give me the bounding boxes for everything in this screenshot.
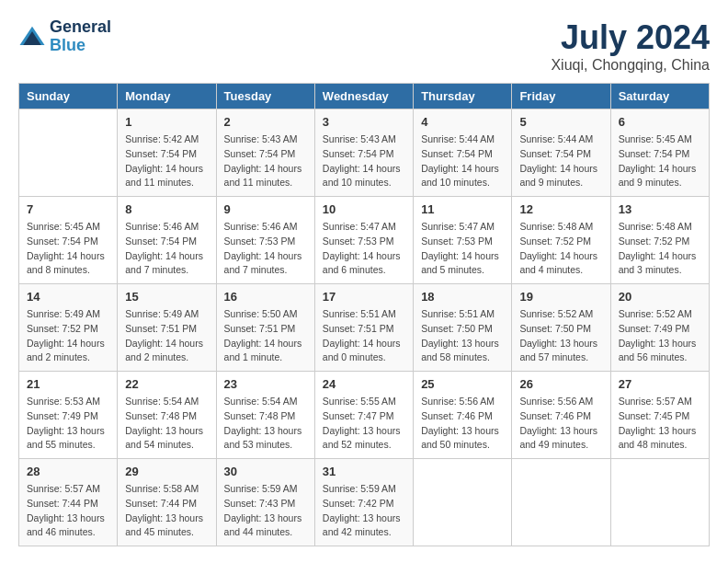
day-info: Sunrise: 5:55 AM Sunset: 7:47 PM Dayligh… <box>323 395 405 453</box>
week-row-1: 1Sunrise: 5:42 AM Sunset: 7:54 PM Daylig… <box>19 109 710 197</box>
calendar-subtitle: Xiuqi, Chongqing, China <box>551 57 710 74</box>
day-number: 1 <box>125 115 208 129</box>
day-cell: 1Sunrise: 5:42 AM Sunset: 7:54 PM Daylig… <box>118 109 216 197</box>
day-number: 13 <box>619 202 701 216</box>
day-cell: 26Sunrise: 5:56 AM Sunset: 7:46 PM Dayli… <box>512 372 610 459</box>
day-number: 10 <box>323 202 405 216</box>
header-cell-tuesday: Tuesday <box>216 84 314 109</box>
day-info: Sunrise: 5:44 AM Sunset: 7:54 PM Dayligh… <box>519 132 602 190</box>
day-info: Sunrise: 5:46 AM Sunset: 7:54 PM Dayligh… <box>125 220 208 278</box>
day-number: 22 <box>125 377 208 391</box>
day-cell: 18Sunrise: 5:51 AM Sunset: 7:50 PM Dayli… <box>414 284 512 372</box>
day-number: 27 <box>619 377 701 391</box>
day-cell: 25Sunrise: 5:56 AM Sunset: 7:46 PM Dayli… <box>414 372 512 459</box>
day-cell: 2Sunrise: 5:43 AM Sunset: 7:54 PM Daylig… <box>216 109 314 197</box>
day-cell <box>610 459 709 546</box>
day-cell: 5Sunrise: 5:44 AM Sunset: 7:54 PM Daylig… <box>512 109 610 197</box>
day-cell: 31Sunrise: 5:59 AM Sunset: 7:42 PM Dayli… <box>314 459 413 546</box>
day-cell: 16Sunrise: 5:50 AM Sunset: 7:51 PM Dayli… <box>216 284 314 372</box>
week-row-3: 14Sunrise: 5:49 AM Sunset: 7:52 PM Dayli… <box>19 284 710 372</box>
day-cell: 9Sunrise: 5:46 AM Sunset: 7:53 PM Daylig… <box>216 197 314 284</box>
week-row-2: 7Sunrise: 5:45 AM Sunset: 7:54 PM Daylig… <box>19 197 710 284</box>
day-number: 7 <box>27 202 109 216</box>
logo: General Blue <box>18 18 111 55</box>
day-info: Sunrise: 5:45 AM Sunset: 7:54 PM Dayligh… <box>619 132 701 190</box>
day-cell: 21Sunrise: 5:53 AM Sunset: 7:49 PM Dayli… <box>19 372 118 459</box>
day-number: 12 <box>519 202 602 216</box>
day-cell: 24Sunrise: 5:55 AM Sunset: 7:47 PM Dayli… <box>314 372 413 459</box>
day-number: 25 <box>421 377 504 391</box>
day-number: 20 <box>619 290 701 304</box>
day-info: Sunrise: 5:48 AM Sunset: 7:52 PM Dayligh… <box>619 220 701 278</box>
day-info: Sunrise: 5:47 AM Sunset: 7:53 PM Dayligh… <box>421 220 504 278</box>
day-number: 5 <box>519 115 602 129</box>
day-info: Sunrise: 5:46 AM Sunset: 7:53 PM Dayligh… <box>224 220 307 278</box>
day-info: Sunrise: 5:56 AM Sunset: 7:46 PM Dayligh… <box>421 395 504 453</box>
day-cell: 12Sunrise: 5:48 AM Sunset: 7:52 PM Dayli… <box>512 197 610 284</box>
header-cell-sunday: Sunday <box>19 84 118 109</box>
day-number: 17 <box>323 290 405 304</box>
day-cell <box>19 109 118 197</box>
day-number: 18 <box>421 290 504 304</box>
day-cell: 27Sunrise: 5:57 AM Sunset: 7:45 PM Dayli… <box>610 372 709 459</box>
day-number: 16 <box>224 290 307 304</box>
day-info: Sunrise: 5:54 AM Sunset: 7:48 PM Dayligh… <box>125 395 208 453</box>
day-cell: 4Sunrise: 5:44 AM Sunset: 7:54 PM Daylig… <box>414 109 512 197</box>
day-info: Sunrise: 5:47 AM Sunset: 7:53 PM Dayligh… <box>323 220 405 278</box>
day-info: Sunrise: 5:49 AM Sunset: 7:52 PM Dayligh… <box>27 307 109 365</box>
day-number: 24 <box>323 377 405 391</box>
day-cell: 23Sunrise: 5:54 AM Sunset: 7:48 PM Dayli… <box>216 372 314 459</box>
day-info: Sunrise: 5:52 AM Sunset: 7:49 PM Dayligh… <box>619 307 701 365</box>
day-number: 8 <box>125 202 208 216</box>
day-info: Sunrise: 5:51 AM Sunset: 7:51 PM Dayligh… <box>323 307 405 365</box>
logo-text: General Blue <box>50 18 111 55</box>
day-info: Sunrise: 5:42 AM Sunset: 7:54 PM Dayligh… <box>125 132 208 190</box>
day-number: 15 <box>125 290 208 304</box>
header-cell-monday: Monday <box>118 84 216 109</box>
day-cell: 6Sunrise: 5:45 AM Sunset: 7:54 PM Daylig… <box>610 109 709 197</box>
day-number: 14 <box>27 290 109 304</box>
day-number: 19 <box>519 290 602 304</box>
day-info: Sunrise: 5:49 AM Sunset: 7:51 PM Dayligh… <box>125 307 208 365</box>
day-info: Sunrise: 5:59 AM Sunset: 7:42 PM Dayligh… <box>323 482 405 540</box>
day-cell: 28Sunrise: 5:57 AM Sunset: 7:44 PM Dayli… <box>19 459 118 546</box>
day-cell: 15Sunrise: 5:49 AM Sunset: 7:51 PM Dayli… <box>118 284 216 372</box>
day-number: 3 <box>323 115 405 129</box>
day-number: 28 <box>27 465 109 478</box>
day-number: 4 <box>421 115 504 129</box>
header-cell-saturday: Saturday <box>610 84 709 109</box>
day-cell: 22Sunrise: 5:54 AM Sunset: 7:48 PM Dayli… <box>118 372 216 459</box>
day-number: 11 <box>421 202 504 216</box>
day-info: Sunrise: 5:50 AM Sunset: 7:51 PM Dayligh… <box>224 307 307 365</box>
day-info: Sunrise: 5:44 AM Sunset: 7:54 PM Dayligh… <box>421 132 504 190</box>
day-info: Sunrise: 5:48 AM Sunset: 7:52 PM Dayligh… <box>519 220 602 278</box>
title-block: July 2024 Xiuqi, Chongqing, China <box>551 18 710 74</box>
day-cell: 29Sunrise: 5:58 AM Sunset: 7:44 PM Dayli… <box>118 459 216 546</box>
day-number: 26 <box>519 377 602 391</box>
header-row: SundayMondayTuesdayWednesdayThursdayFrid… <box>19 84 710 109</box>
day-info: Sunrise: 5:52 AM Sunset: 7:50 PM Dayligh… <box>519 307 602 365</box>
page-header: General Blue July 2024 Xiuqi, Chongqing,… <box>18 18 710 74</box>
day-cell <box>414 459 512 546</box>
week-row-5: 28Sunrise: 5:57 AM Sunset: 7:44 PM Dayli… <box>19 459 710 546</box>
day-info: Sunrise: 5:58 AM Sunset: 7:44 PM Dayligh… <box>125 482 208 540</box>
day-cell: 3Sunrise: 5:43 AM Sunset: 7:54 PM Daylig… <box>314 109 413 197</box>
calendar-title: July 2024 <box>551 18 710 57</box>
day-info: Sunrise: 5:51 AM Sunset: 7:50 PM Dayligh… <box>421 307 504 365</box>
logo-icon <box>18 23 46 51</box>
day-info: Sunrise: 5:54 AM Sunset: 7:48 PM Dayligh… <box>224 395 307 453</box>
header-cell-thursday: Thursday <box>414 84 512 109</box>
day-cell: 14Sunrise: 5:49 AM Sunset: 7:52 PM Dayli… <box>19 284 118 372</box>
day-cell <box>512 459 610 546</box>
day-info: Sunrise: 5:57 AM Sunset: 7:45 PM Dayligh… <box>619 395 701 453</box>
header-cell-friday: Friday <box>512 84 610 109</box>
day-cell: 13Sunrise: 5:48 AM Sunset: 7:52 PM Dayli… <box>610 197 709 284</box>
day-info: Sunrise: 5:53 AM Sunset: 7:49 PM Dayligh… <box>27 395 109 453</box>
day-number: 21 <box>27 377 109 391</box>
day-number: 9 <box>224 202 307 216</box>
day-info: Sunrise: 5:43 AM Sunset: 7:54 PM Dayligh… <box>224 132 307 190</box>
day-number: 30 <box>224 465 307 478</box>
day-cell: 11Sunrise: 5:47 AM Sunset: 7:53 PM Dayli… <box>414 197 512 284</box>
day-cell: 17Sunrise: 5:51 AM Sunset: 7:51 PM Dayli… <box>314 284 413 372</box>
day-cell: 10Sunrise: 5:47 AM Sunset: 7:53 PM Dayli… <box>314 197 413 284</box>
